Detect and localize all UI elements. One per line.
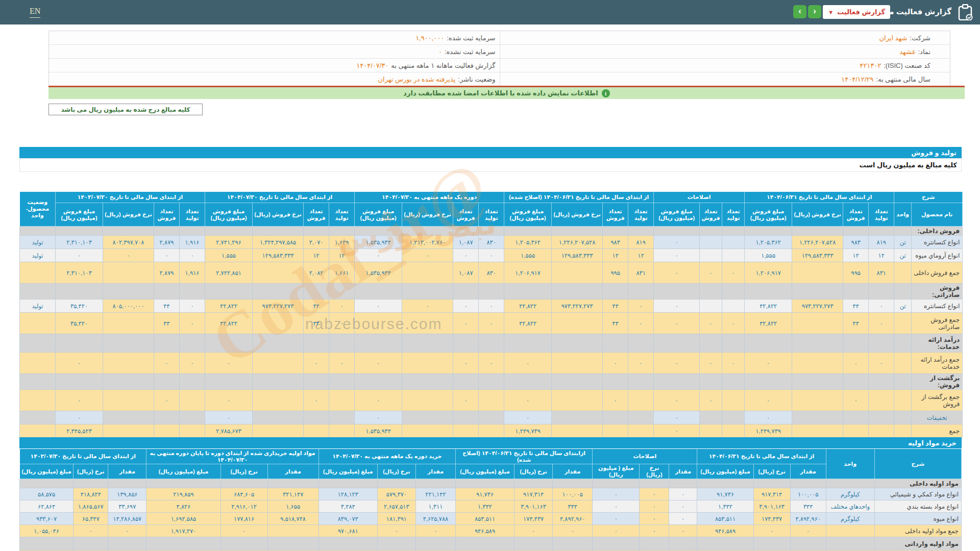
table-cell: ۳۴۴ [790,500,826,513]
table-cell [894,313,912,334]
table-cell [552,424,603,438]
publisher-status-field: وضعیت ناشر: پذیرفته شده در بورس تهران [49,72,500,86]
column-group-header: از ابتدای سال مالی تا تاریخ ۱۴۰۴/۰۶/۳۱ (… [504,192,654,203]
table-cell: ۰ [329,299,355,313]
table-cell [843,284,869,299]
table-cell: ۴۴ [304,299,329,313]
table-cell [402,424,453,438]
table-cell [628,411,654,424]
column-group-header: شرح [874,449,961,479]
table-cell [722,299,745,313]
table-cell: ۲,۶۵۷,۵۱۳ [377,500,415,513]
table-cell [553,537,593,550]
column-header: تعداد تولید [722,203,745,227]
table-cell: ۴۲,۸۲۲ [205,313,253,334]
table-cell [700,334,722,353]
table-cell: ۰ [722,353,745,374]
table-cell [56,227,103,236]
table-cell: ۰ [479,299,504,313]
table-cell: ۰ [180,353,205,374]
table-cell: ۹۷۳,۲۲۷,۲۷۳ [552,299,603,313]
table-cell [790,537,826,550]
table-cell [20,284,56,299]
table-cell [552,313,603,334]
table-cell: ۰ [504,411,552,424]
table-cell [329,334,355,353]
table-cell: ۴۲,۸۲۲ [745,313,792,334]
table-cell: ۰ [700,262,722,284]
row-label: تخفیفات [912,411,963,424]
table-row: جمع درآمد ارائه خدمات۰۰۰۰۰۰۰۰۰۰۰۰۰۰۰۰۰۰ [20,353,963,374]
table-cell: ۸۱۹ [869,236,894,249]
table-cell: ۲,۳۱۰,۱۰۳ [56,262,103,284]
table-cell [792,334,843,353]
report-type-dropdown[interactable]: گزارش فعالیت ▼ [823,5,890,19]
table-cell [355,284,402,299]
column-group-header: از ابتدای سال مالی تا تاریخ ۱۴۰۴/۰۶/۳۱ [697,449,826,464]
table-cell: ۰ [628,313,654,334]
table-cell: ۱۷۴,۴۳۷ [514,513,553,525]
table-cell: ۳۵,۴۲۰ [56,313,103,334]
row-label: جمع درآمد ارائه خدمات [912,353,963,374]
column-group-header: شرح [894,192,963,203]
table-cell: ۲۲۱,۱۴۲ [415,488,455,500]
table-cell: ۲,۹۱۶,۰۱۲ [220,500,267,513]
field-value: ۴۲۱۳۰۲ [860,62,881,69]
table-cell [329,411,355,424]
table-cell [640,537,669,550]
table-cell: ۴۱۸,۸۲۴ [74,488,108,500]
table-cell [453,424,479,438]
table-row: جمع مواد اولیه داخلی۰۰۹۴۶,۵۸۹۰۰۰۰۰۹۴۶,۵۸… [20,525,962,537]
table-cell [700,284,722,299]
table-cell: ۰ [745,411,792,424]
field-label: نماد: [918,48,931,56]
table-cell: ۱۰۰,۰۰۵ [790,488,826,500]
table-cell: ۵۷۹,۳۷۰ [377,488,415,500]
table-cell: ۹۷۳,۲۲۷,۲۷۳ [792,299,843,313]
table-row: جمع۱,۲۴۹,۷۳۹۰۱,۲۴۹,۷۳۹۱,۵۳۵,۹۳۴۲,۷۸۵,۶۷۳… [20,424,963,438]
table-cell: ۸۰۵,۰۰۰,۰۰۰ [103,299,154,313]
column-header: تعداد تولید [628,203,654,227]
table-cell: ۰ [180,249,205,262]
table-cell [843,374,869,390]
table-cell [108,537,146,550]
table-cell [56,374,103,390]
table-cell [146,479,220,488]
table-cell: ۰ [355,313,402,334]
language-switch-en[interactable]: EN [30,7,40,18]
table-cell [253,313,304,334]
table-cell: ۰ [402,299,453,313]
field-value: ۰ [438,48,442,56]
table-cell: ۱,۳۴۲ [456,500,514,513]
table-row: انواع آروماي میوهتن۱۲۱۲۱۲۹,۵۸۳,۳۳۳۱,۵۵۵۰… [20,249,963,262]
table-cell: ۰ [220,525,267,537]
table-cell: ۱,۰۸۷ [453,262,479,284]
next-report-button[interactable]: ‹ [808,5,821,18]
table-cell [894,284,912,299]
table-cell [700,299,722,313]
table-cell: ۸۳۰ [479,262,504,284]
table-cell [304,411,329,424]
table-cell: ۰ [593,500,640,513]
table-cell [843,334,869,353]
table-cell: ۰ [402,249,453,262]
table-cell [745,374,792,390]
table-cell [514,537,553,550]
table-cell [103,424,154,438]
previous-report-button[interactable]: › [793,5,806,18]
table-cell [253,390,304,411]
table-cell: ۱,۲۲۶,۲۰۷,۵۲۸ [792,236,843,249]
table-cell: ۳۳,۶۹۷ [108,500,146,513]
table-cell: ۰ [154,249,180,262]
table-cell [722,334,745,353]
table-cell [20,390,56,411]
table-cell: ۸۳۰ [479,236,504,249]
fiscal-year-field: سال مالی منتهی به: ۱۴۰۴/۱۲/۲۹ [500,72,950,86]
table-cell: ۴۲,۸۲۲ [504,299,552,313]
table-cell: کیلوگرم [826,513,874,525]
row-label: جمع فروش صادراتی [912,313,963,334]
table-cell [20,411,56,424]
unregistered-capital-field: سرمایه ثبت نشده: ۰ [49,45,500,58]
table-cell [722,374,745,390]
table-cell [792,390,843,411]
